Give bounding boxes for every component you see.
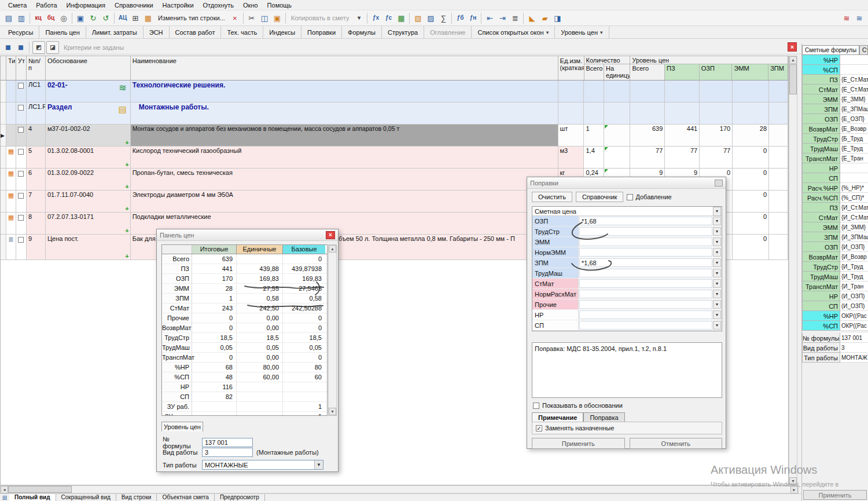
view-tab[interactable]: Формулы ▾ — [342, 26, 382, 38]
scrollbar-thumb[interactable] — [8, 486, 72, 493]
row-checkbox[interactable] — [18, 127, 24, 133]
view-tab[interactable]: Список открытых окон ▾ — [472, 26, 555, 38]
refresh-icon[interactable]: ↻ — [87, 12, 100, 24]
correction-input[interactable] — [579, 227, 712, 236]
formula-row[interactable]: ЗПМ {Е_ЗПМаш — [802, 104, 868, 114]
close-icon[interactable]: × — [788, 42, 797, 52]
copy-icon[interactable]: ◫ — [258, 12, 271, 24]
indent-icon[interactable]: ⇥ — [496, 12, 509, 24]
price-kind-header[interactable]: Сметная цена ▾ — [532, 207, 722, 216]
formula-row[interactable]: Расч.%НР (%_НР)* — [802, 183, 868, 193]
grid-sum-icon[interactable]: ∑ — [437, 12, 450, 24]
price-row[interactable]: ТрудМаш 0,05 0,05 0,05 — [162, 343, 327, 353]
correction-input[interactable] — [579, 248, 712, 257]
grid-view-icon[interactable]: ▦ — [2, 41, 14, 54]
formula-row[interactable]: ПЗ {И_Ст.Мат — [802, 203, 868, 213]
formula-row[interactable]: Расч.%СП (%_СП)* — [802, 193, 868, 203]
col-basis[interactable]: Обоснование — [46, 56, 131, 80]
chevron-down-icon[interactable]: ▾ — [713, 310, 721, 319]
price-row[interactable]: ТрудСтр 18,5 18,5 18,5 — [162, 333, 327, 343]
formula-row[interactable]: ТрудСтр {Б_Труд — [802, 134, 868, 144]
row-checkbox[interactable] — [18, 171, 24, 177]
work-type-select[interactable]: МОНТАЖНЫЕ ▼ — [202, 460, 323, 470]
chevron-down-icon[interactable]: ▾ — [713, 321, 721, 330]
row-checkbox[interactable] — [18, 193, 24, 199]
filter-clear-icon[interactable]: ◪ — [46, 41, 59, 54]
price-row[interactable]: %НР 68 80,00 80 — [162, 363, 327, 372]
formula-row[interactable]: ОЗП {И_ОЗП} — [802, 242, 868, 252]
formula-row[interactable]: %НР — [802, 55, 868, 65]
view-tab[interactable]: Оглавление ▾ — [424, 26, 472, 38]
fx-icon[interactable]: ƒх — [369, 12, 382, 24]
correction-input[interactable] — [579, 237, 712, 246]
change-row-type-label[interactable]: Изменить тип строки... — [155, 12, 229, 24]
clear-button[interactable]: Очистить — [532, 192, 572, 202]
price-row[interactable]: ЭММ 28 27,55 27,5465 — [162, 284, 327, 294]
filter-set-icon[interactable]: ◩ — [32, 41, 45, 54]
formula-row[interactable]: СП — [802, 173, 868, 183]
chevron-down-icon[interactable]: ▾ — [713, 290, 721, 298]
note-tab[interactable]: Поправка — [583, 412, 624, 422]
scroll-down-icon[interactable]: ▼ — [329, 408, 336, 415]
fb-icon[interactable]: ƒб — [454, 12, 466, 24]
add-checkbox[interactable] — [627, 194, 633, 200]
status-view-tab[interactable]: Сокращенный вид — [56, 494, 116, 501]
cancel-button[interactable]: Отменить — [630, 438, 723, 449]
formula-number-input[interactable]: 137 001 — [202, 438, 253, 447]
copy-to-estimate-dropdown-icon[interactable]: ▾ — [352, 12, 365, 24]
layers-red-icon[interactable]: ≋ — [840, 12, 853, 24]
copy-to-estimate-label[interactable]: Копировать в смету — [288, 12, 353, 24]
dialog-titlebar[interactable]: Панель цен × — [157, 229, 338, 241]
cut-icon[interactable]: ✂ — [245, 12, 258, 24]
recalc-icon[interactable]: ⊞ — [129, 12, 142, 24]
price-row[interactable]: ЗУ раб. 1 — [162, 402, 327, 412]
price-row[interactable]: Прочие 0 0,00 0 — [162, 313, 327, 323]
grid-edit-icon[interactable]: ▧ — [411, 12, 424, 24]
chevron-down-icon[interactable]: ▾ — [713, 269, 721, 277]
chevron-down-icon[interactable]: ▾ — [713, 279, 721, 288]
view-tab[interactable]: Панель цен ▾ — [39, 26, 86, 38]
show-in-basis-checkbox[interactable] — [533, 403, 539, 409]
formula-row[interactable]: ВозврМат {Е_Возвр — [802, 124, 868, 134]
price-kts-icon[interactable]: кц — [32, 12, 45, 24]
reference-button[interactable]: Справочник — [576, 192, 624, 202]
status-view-tab[interactable]: Предпросмотр — [215, 494, 265, 501]
chevron-down-icon[interactable]: ▾ — [713, 207, 721, 216]
fn-icon[interactable]: ƒн — [466, 12, 479, 24]
col-number[interactable]: №п/п — [27, 56, 46, 80]
formula-row[interactable]: ОЗП {Е_ОЗП} — [802, 114, 868, 124]
work-kind-input[interactable]: 3 — [202, 448, 253, 457]
chart-icon[interactable]: ◨ — [551, 12, 564, 24]
grid-vertical-scrollbar[interactable]: ▲ ▼ — [789, 56, 797, 485]
col-bazovye[interactable]: Базовые — [283, 245, 325, 254]
correction-input[interactable] — [579, 310, 712, 319]
correction-input[interactable] — [579, 290, 712, 298]
menu-item[interactable]: Справочники — [110, 1, 158, 9]
scroll-up-icon[interactable]: ▲ — [329, 245, 336, 253]
formula-row[interactable]: %НР ОКР((Рас — [802, 311, 868, 321]
formula-info-row[interactable]: № формулы 137 001 — [802, 333, 868, 343]
formula-row[interactable]: ПЗ {Е_Ст.Мат — [802, 75, 868, 85]
formula-row[interactable]: ТрудМаш {И_Труд — [802, 272, 868, 281]
table-row[interactable]: ▶ ▦ ≣ 4 м37-01-002-02 ≋ ▤ + Монтаж сосуд… — [1, 125, 788, 147]
status-view-tab[interactable]: Объектная смета — [157, 494, 214, 501]
row-checkbox[interactable] — [18, 215, 24, 221]
menu-item[interactable]: Смета — [3, 1, 31, 9]
status-view-tab[interactable]: Полный вид — [9, 494, 56, 501]
formula-row[interactable]: ТрудСтр {И_Труд — [802, 262, 868, 272]
shapes-icon[interactable]: ▰ — [538, 12, 551, 24]
price-bts-icon[interactable]: бц — [45, 12, 57, 24]
sum-rows-icon[interactable]: АЦ — [116, 12, 129, 24]
price-row[interactable]: ЗУ маш. 1 — [162, 412, 327, 416]
correction-note[interactable]: Поправка: МДС 81-35.2004, прил.1, т.2, п… — [532, 342, 722, 398]
col-qty-per-unit[interactable]: На единицу — [604, 64, 630, 80]
price-level-tab[interactable]: Уровень цен — [161, 422, 203, 431]
formula-row[interactable]: НР (И_ОЗП) — [802, 291, 868, 301]
formula-row[interactable]: СП (И_ОЗП) — [802, 301, 868, 311]
price-row[interactable]: СП 82 — [162, 392, 327, 402]
grid-horizontal-scrollbar[interactable]: ◄ ► — [0, 485, 799, 493]
layers-blue-icon[interactable]: ≋ — [853, 12, 866, 24]
formula-table-icon[interactable]: ▦ — [395, 12, 407, 24]
col-approve[interactable]: Ут — [16, 56, 27, 80]
insert-section-icon[interactable]: ▥ — [15, 12, 28, 24]
